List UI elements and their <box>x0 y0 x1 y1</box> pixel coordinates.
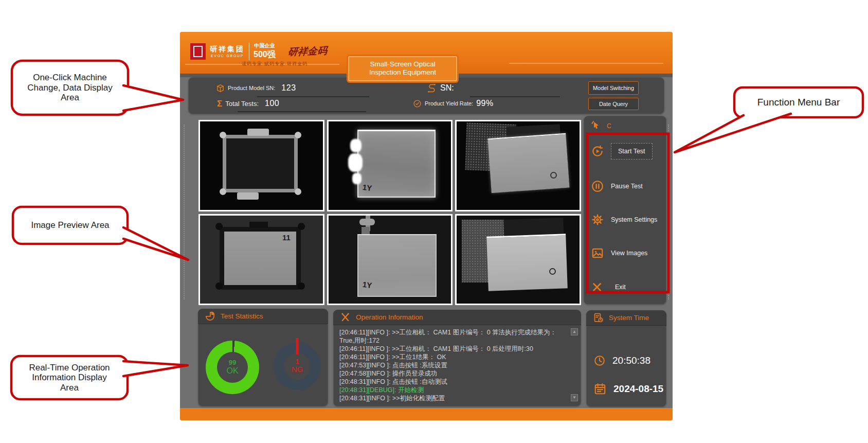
product-model-row: Product Model SN: 123 <box>216 83 296 93</box>
ok-donut-chart: 99 OK <box>206 341 259 394</box>
brand-script: 研祥金码 <box>287 44 328 59</box>
app-window: 研祥集团 EVOC GROUP 中国企业 500强 研祥金码 读码专家·赋码专家… <box>180 32 673 420</box>
start-test-icon <box>591 145 604 158</box>
image-detail <box>359 219 375 225</box>
company-logo: 研祥集团 EVOC GROUP 中国企业 500强 研祥金码 <box>190 42 327 60</box>
brand-slogan: 读码专家·赋码专家·研祥金码 <box>242 61 308 67</box>
log-line: [20:48:31][DEBUG]: 开始检测 <box>339 386 568 394</box>
app-title-line1: Small-Screen Optical <box>352 60 453 68</box>
pause-test-icon <box>591 180 604 193</box>
model-switching-button[interactable]: Model Switching <box>588 81 639 95</box>
image-detail <box>295 188 301 195</box>
logo-name: 研祥集团 <box>210 45 245 54</box>
calendar-icon <box>593 382 607 396</box>
callout-text: Image Preview Area <box>31 220 109 231</box>
gear-icon <box>591 213 604 226</box>
preview-image-5: 1Y <box>327 214 453 306</box>
menu-item-view-images[interactable]: View Images <box>584 244 666 262</box>
time-panel-title: System Time <box>609 314 649 322</box>
sn-underline <box>470 96 560 97</box>
function-menu-panel: C Start Test Pause Test System Settings … <box>584 116 666 305</box>
image-detail <box>215 223 223 230</box>
image-detail <box>223 135 298 192</box>
logo-name-block: 研祥集团 EVOC GROUP <box>210 45 245 58</box>
time-panel-header: System Time <box>586 310 666 326</box>
image-preview-grid: 1Y 11 1Y <box>198 120 581 305</box>
yield-row: Product Yield Rate: 99% <box>413 99 494 108</box>
log-scroll-down-button[interactable]: ▼ <box>571 394 578 401</box>
callout-text: One-Click Machine <box>33 73 107 83</box>
date-query-button[interactable]: Date Query <box>588 98 639 110</box>
callout-data-area: One-Click Machine Change, Data Display A… <box>12 61 128 115</box>
operation-information-panel: Operation Information [20:46:11][INFO ]:… <box>333 310 581 406</box>
callout-text: Function Menu Bar <box>757 97 840 108</box>
menu-item-label: System Settings <box>611 216 657 223</box>
image-detail <box>295 132 301 138</box>
preview-image-3 <box>455 120 581 211</box>
ng-tick-mark <box>296 338 299 355</box>
total-tests-row: Σ Total Tests: 100 <box>217 99 279 108</box>
app-title-line2: Inspection Equipment <box>352 68 453 77</box>
body-decor-line <box>668 125 669 299</box>
menu-item-system-settings[interactable]: System Settings <box>584 211 666 228</box>
log-panel-header: Operation Information <box>333 310 581 325</box>
total-tests-value: 100 <box>265 99 279 108</box>
image-detail <box>237 192 259 200</box>
callout-info-area: Real-Time Operation Information Display … <box>11 356 128 399</box>
logo-rank-bottom: 500强 <box>254 49 276 60</box>
preview-image-4: 11 <box>198 214 324 306</box>
menu-header-label: C <box>607 122 611 130</box>
pointer-click-icon <box>590 120 602 132</box>
image-detail <box>220 188 226 195</box>
app-footer-bar <box>180 408 673 420</box>
yield-value: 99% <box>476 99 494 108</box>
menu-item-label: Start Test <box>611 143 653 160</box>
image-detail <box>247 129 269 136</box>
ng-label: NG <box>292 365 303 374</box>
ok-label: OK <box>226 366 238 376</box>
ok-donut-center: 99 OK <box>206 341 259 394</box>
logo-rank-top: 中国企业 <box>254 42 275 49</box>
current-time-value: 20:50:38 <box>612 355 650 366</box>
log-panel-title: Operation Information <box>356 313 423 321</box>
image-detail <box>249 222 268 228</box>
yield-label: Product Yield Rate: <box>425 100 473 107</box>
image-detail <box>487 234 568 291</box>
image-detail <box>549 268 556 275</box>
preview-image-2: 1Y <box>327 120 453 211</box>
log-line: [20:46:11][INFO ]: >>工位相机： CAM1 图片编号： 0 … <box>339 345 568 353</box>
image-detail <box>348 153 363 172</box>
menu-item-label: Exit <box>615 283 626 291</box>
current-date-value: 2024-08-15 <box>613 383 663 395</box>
menu-header: C <box>590 120 611 132</box>
exit-icon <box>591 281 603 293</box>
document-clock-icon <box>593 312 604 323</box>
log-line: [20:48:31][INFO ]: >>初始化检测配置 <box>339 394 568 402</box>
ng-donut-chart: 1 NG <box>274 343 321 390</box>
logo-subtitle: EVOC GROUP <box>211 54 244 58</box>
menu-item-label: Pause Test <box>611 183 643 190</box>
log-scroll-up-button[interactable]: ▲ <box>571 328 578 335</box>
system-time-panel: System Time 20:50:38 2024-08-15 <box>586 310 666 407</box>
callout-text: Area <box>60 383 79 393</box>
yield-check-icon <box>413 99 422 108</box>
handwritten-mark: 11 <box>282 233 291 242</box>
test-statistics-panel: Test Statistics 99 OK 1 NG <box>198 309 328 406</box>
menu-item-pause-test[interactable]: Pause Test <box>584 178 666 195</box>
log-lines: [20:46:11][INFO ]: >>工位相机： CAM1 图片编号： 0 … <box>339 328 568 403</box>
preview-image-1 <box>198 120 324 211</box>
total-tests-underline <box>238 111 366 112</box>
image-detail <box>350 139 361 152</box>
image-detail <box>215 282 223 290</box>
log-line: [20:46:11][INFO ]: >>工位相机： CAM1 图片编号： 0 … <box>339 328 568 345</box>
screenshot-canvas: 研祥集团 EVOC GROUP 中国企业 500强 研祥金码 读码专家·赋码专家… <box>0 0 868 443</box>
sn-label: SN: <box>440 83 454 93</box>
app-header: 研祥集团 EVOC GROUP 中国企业 500强 研祥金码 读码专家·赋码专家… <box>180 32 673 77</box>
logo-mark-icon <box>190 43 206 60</box>
menu-item-start-test[interactable]: Start Test <box>584 143 666 160</box>
log-line: [20:47:53][INFO ]: 点击按钮 :系统设置 <box>339 361 568 369</box>
ok-count: 99 <box>229 359 236 366</box>
view-images-icon <box>591 246 604 260</box>
menu-item-exit[interactable]: Exit <box>584 278 666 296</box>
total-tests-label: Total Tests: <box>225 100 259 108</box>
